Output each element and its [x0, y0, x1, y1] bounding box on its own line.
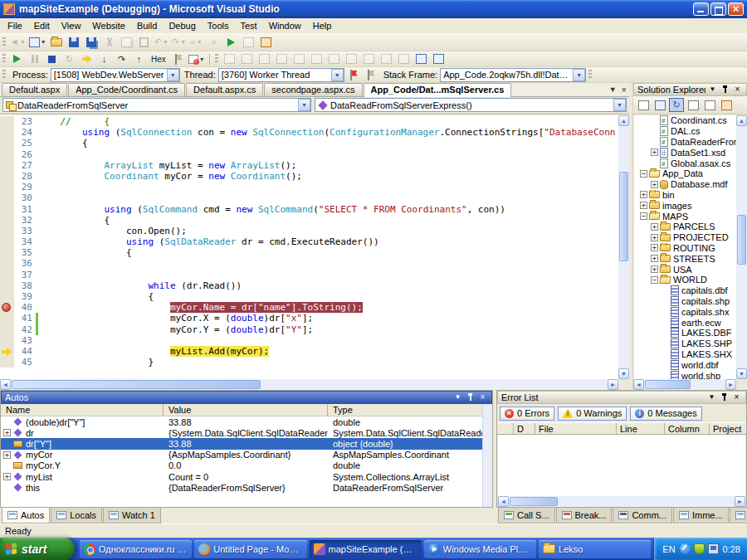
editor-indicator-margin[interactable] [0, 258, 14, 269]
chevron-down-icon[interactable]: ▼ [167, 69, 179, 81]
editor-indicator-margin[interactable] [0, 127, 14, 138]
tree-item-lakes-shx[interactable]: LAKES.SHX [634, 349, 736, 360]
comment-selection-button[interactable] [326, 52, 342, 66]
tree-item-streets[interactable]: +STREETS [634, 253, 736, 264]
editor-indicator-margin[interactable] [0, 236, 14, 247]
network-icon[interactable] [708, 543, 719, 554]
view-class-diagram-button[interactable] [702, 98, 717, 112]
editor-horizontal-scrollbar[interactable]: ◄ ► [0, 379, 618, 390]
tree-item-datareaderfroms[interactable]: DataReaderFromS [634, 137, 736, 148]
error-list-title-bar[interactable]: Error List ▼ × [497, 391, 746, 404]
toolbar-grip[interactable] [2, 37, 6, 47]
show-all-files-button[interactable] [652, 98, 667, 112]
tree-item-dal-cs[interactable]: DAL.cs [634, 126, 736, 137]
menu-test[interactable]: Test [234, 19, 262, 32]
tree-expander-icon[interactable]: + [640, 191, 647, 198]
tree-item-maps[interactable]: −MAPS [634, 211, 736, 222]
stack-frame-combobox[interactable]: App_Code.2oqkw75h.dll!DataR ▼ [440, 68, 586, 82]
open-file-button[interactable] [49, 35, 65, 49]
tree-expander-icon[interactable]: − [640, 212, 647, 220]
clear-bookmarks-button[interactable] [413, 52, 429, 66]
code-line-36[interactable]: 36 [0, 258, 618, 269]
code-line-39[interactable]: 39 { [0, 291, 618, 302]
taskbar-button-2[interactable]: Untitled Page - Mozil... [194, 540, 306, 558]
step-over-button[interactable]: ↷ [114, 52, 129, 66]
editor-indicator-margin[interactable] [0, 160, 14, 171]
breakpoint-icon[interactable] [2, 303, 11, 312]
error-list-body[interactable] [498, 435, 745, 496]
navigate-forward-button[interactable]: » [206, 35, 222, 49]
editor-vertical-scrollbar[interactable]: ▲ ▼ [618, 115, 629, 379]
start-button[interactable]: start [0, 538, 75, 560]
flag-threads-button[interactable] [345, 68, 361, 82]
taskbar-button-1[interactable]: Одноклассники.ru -... [80, 540, 192, 558]
title-bar[interactable]: mapSiteExample (Debugging) - Microsoft V… [0, 0, 747, 18]
error-column-header-D[interactable]: D [514, 423, 535, 434]
code-line-33[interactable]: 33 con.Open(); [0, 226, 618, 236]
quick-info-button[interactable] [239, 52, 255, 66]
toolbar-grip[interactable] [2, 70, 6, 80]
menu-debug[interactable]: Debug [163, 19, 201, 32]
code-line-44[interactable]: 44 myList.Add(myCor); [0, 346, 618, 357]
editor-indicator-margin[interactable] [0, 116, 14, 127]
navigate-backward-button[interactable]: «▼ [188, 35, 204, 49]
scroll-up-icon[interactable]: ▲ [736, 115, 747, 126]
menu-build[interactable]: Build [131, 19, 163, 32]
code-line-26[interactable]: 26 [0, 149, 618, 160]
code-line-35[interactable]: 35 { [0, 247, 618, 258]
copy-button[interactable] [119, 35, 134, 49]
scrollbar-thumb[interactable] [510, 497, 558, 506]
code-line-29[interactable]: 29 [0, 182, 618, 192]
autos-row-3[interactable]: dr["Y"]33.88object {double} [1, 438, 492, 449]
warning-filter-button[interactable]: 0 Warnings [558, 407, 627, 421]
tree-expander-icon[interactable]: + [651, 149, 658, 156]
menu-view[interactable]: View [56, 19, 87, 32]
error-list-horizontal-scrollbar[interactable]: ◄ ► [498, 496, 745, 507]
code-line-37[interactable]: 37 [0, 270, 618, 280]
tree-item-capitals-shx[interactable]: capitals.shx [634, 306, 736, 317]
editor-indicator-margin[interactable] [0, 270, 14, 280]
error-column-header-Line[interactable]: Line [617, 423, 665, 434]
tree-item-lakes-shp[interactable]: LAKES.SHP [634, 338, 736, 349]
auto-hide-pin-icon[interactable] [720, 85, 730, 95]
tree-expander-icon[interactable]: − [651, 276, 658, 284]
messenger-icon[interactable] [680, 543, 691, 554]
row-expander-icon[interactable]: + [3, 429, 11, 436]
close-icon[interactable]: × [731, 392, 742, 402]
tree-expander-icon[interactable]: + [640, 202, 647, 209]
code-line-38[interactable]: 38 while (dr.Read()) [0, 280, 618, 291]
panel-tab-comm-[interactable]: Comm... [613, 508, 672, 523]
auto-hide-pin-icon[interactable] [719, 392, 730, 402]
minimize-button[interactable] [693, 2, 709, 16]
code-line-25[interactable]: 25 { [0, 138, 618, 149]
process-combobox[interactable]: [1508] WebDev.WebServer ▼ [51, 68, 180, 82]
tree-horizontal-scrollbar[interactable]: ◄ ► [633, 379, 736, 390]
bookmarks-window-button[interactable] [431, 52, 447, 66]
show-threads-button[interactable] [170, 52, 186, 66]
close-document-icon[interactable]: × [622, 85, 627, 95]
error-column-header-Column[interactable]: Column [665, 423, 710, 434]
autos-column-header-type[interactable]: Type [328, 404, 492, 416]
start-debug-button[interactable] [223, 35, 239, 49]
tree-item-projected[interactable]: +PROJECTED [634, 232, 736, 243]
restart-button[interactable]: ↻ [61, 52, 77, 66]
editor-indicator-margin[interactable] [0, 192, 14, 203]
code-line-30[interactable]: 30 [0, 192, 618, 203]
code-lines[interactable]: 23 // {24 using (SqlConnection con = new… [0, 116, 618, 379]
parameter-info-button[interactable] [256, 52, 272, 66]
scroll-up-icon[interactable]: ▲ [618, 115, 629, 126]
step-into-button[interactable]: ↓ [96, 52, 112, 66]
code-line-34[interactable]: 34 using (SqlDataReader dr = cmd.Execute… [0, 236, 618, 247]
tree-item-images[interactable]: +images [634, 200, 736, 211]
add-new-item-button[interactable] [258, 35, 274, 49]
tree-item-earth-ecw[interactable]: earth.ecw [634, 317, 736, 328]
copy-web-site-button[interactable] [719, 98, 734, 112]
tree-expander-icon[interactable]: − [640, 170, 647, 178]
code-line-24[interactable]: 24 using (SqlConnection con = new SqlCon… [0, 127, 618, 138]
continue-button[interactable] [9, 52, 25, 66]
tree-item-app-data[interactable]: −App_Data [634, 168, 736, 179]
toolbar-grip[interactable] [2, 54, 6, 64]
tree-expander-icon[interactable]: + [651, 181, 658, 188]
scroll-right-icon[interactable]: ► [735, 496, 745, 507]
previous-bookmark-button[interactable] [378, 52, 394, 66]
